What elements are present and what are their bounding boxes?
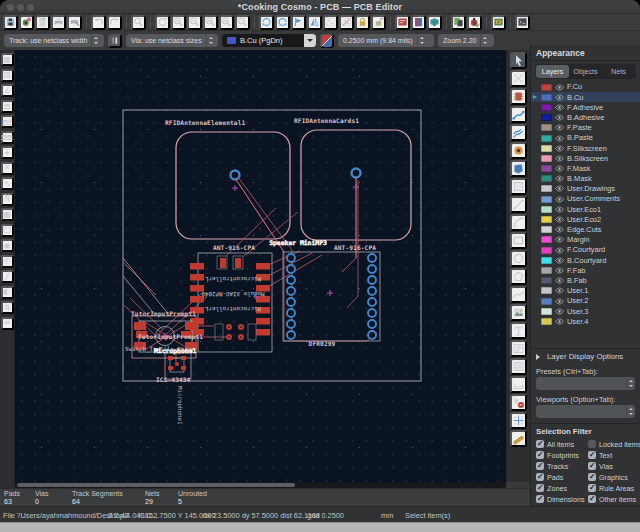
board-setup-button[interactable] bbox=[19, 15, 34, 30]
close-button[interactable] bbox=[7, 4, 14, 11]
grid-visibility-button[interactable]: ▦ bbox=[1, 53, 14, 66]
add-via-tool-button[interactable] bbox=[510, 142, 527, 159]
draw-arc-tool-button[interactable] bbox=[510, 214, 527, 231]
layer-pair-button[interactable] bbox=[320, 34, 334, 48]
layer-row-f.fab[interactable]: F.Fab bbox=[531, 265, 640, 275]
ungroup-button[interactable] bbox=[339, 15, 354, 30]
layer-row-b.paste[interactable]: B.Paste bbox=[531, 133, 640, 143]
route-tracks-tool-button[interactable] bbox=[510, 106, 527, 123]
add-footprint-tool-button[interactable] bbox=[510, 88, 527, 105]
antenna-cards-footprint[interactable]: RFIDAntennaCards1 bbox=[294, 117, 411, 240]
unlock-button[interactable] bbox=[371, 15, 386, 30]
draw-bezier-tool-button[interactable] bbox=[510, 286, 527, 303]
draw-polygon-tool-button[interactable] bbox=[510, 268, 527, 285]
units-mm-button[interactable]: mm bbox=[1, 131, 14, 144]
layer-row-f.silkscreen[interactable]: F.Silkscreen bbox=[531, 143, 640, 153]
visibility-eye-icon[interactable] bbox=[555, 236, 564, 243]
zoom-in-button[interactable] bbox=[171, 15, 186, 30]
draw-rectangle-tool-button[interactable] bbox=[510, 232, 527, 249]
curved-ratsnest-button[interactable]: ∿ bbox=[1, 177, 14, 190]
tab-objects[interactable]: Objects bbox=[569, 65, 602, 78]
redo-button[interactable] bbox=[107, 15, 122, 30]
layer-display-options-toggle[interactable]: Layer Display Options bbox=[531, 348, 640, 364]
refresh-button[interactable] bbox=[155, 15, 170, 30]
layer-row-b.fab[interactable]: B.Fab bbox=[531, 276, 640, 286]
mic-vertical-label[interactable]: Microphone1 bbox=[176, 386, 183, 425]
tab-nets[interactable]: Nets bbox=[602, 65, 635, 78]
microphone-label[interactable]: Microphone1 bbox=[154, 347, 196, 355]
filter-tracks[interactable]: Tracks bbox=[536, 461, 588, 471]
zoom-fit-button[interactable] bbox=[203, 15, 218, 30]
visibility-eye-icon[interactable] bbox=[555, 94, 564, 101]
draw-line-tool-button[interactable] bbox=[510, 196, 527, 213]
layer-row-user.4[interactable]: User.4 bbox=[531, 316, 640, 326]
add-dimension-tool-button[interactable] bbox=[510, 376, 527, 393]
pad-outline-mode-button[interactable]: ◉ bbox=[1, 239, 14, 252]
filter-graphics[interactable]: Graphics bbox=[588, 472, 640, 482]
track-width-select[interactable]: Track: use netclass width bbox=[4, 34, 104, 47]
visibility-eye-icon[interactable] bbox=[555, 287, 564, 294]
ics-label[interactable]: ICS-43434 bbox=[156, 376, 191, 383]
ratsnest-visibility-button[interactable]: × bbox=[1, 162, 14, 175]
layer-row-b.cu[interactable]: B.Cu bbox=[531, 92, 640, 102]
footprint-editor-button[interactable] bbox=[491, 15, 506, 30]
layer-row-user.1[interactable]: User.1 bbox=[531, 286, 640, 296]
via-outline-mode-button[interactable]: ◎ bbox=[1, 255, 14, 268]
zoom-select[interactable]: Zoom 2.20 bbox=[438, 34, 494, 47]
filter-pads[interactable]: Pads bbox=[536, 472, 588, 482]
drc-button[interactable] bbox=[467, 15, 482, 30]
visibility-eye-icon[interactable] bbox=[555, 165, 564, 172]
presets-select[interactable] bbox=[536, 377, 635, 390]
mirror-button[interactable] bbox=[307, 15, 322, 30]
visibility-eye-icon[interactable] bbox=[555, 145, 564, 152]
add-image-tool-button[interactable] bbox=[510, 304, 527, 321]
visibility-eye-icon[interactable] bbox=[555, 298, 564, 305]
3d-viewer-button[interactable] bbox=[427, 15, 442, 30]
layer-row-user.3[interactable]: User.3 bbox=[531, 306, 640, 316]
console-button[interactable] bbox=[515, 15, 530, 30]
layer-row-user.drawings[interactable]: User.Drawings bbox=[531, 184, 640, 194]
zoom-objects-button[interactable] bbox=[219, 15, 234, 30]
antenna1-label[interactable]: RFIDAntennaElemental1 bbox=[165, 119, 246, 126]
pcb-canvas[interactable]: RFIDAntennaElemental1 RFIDAntennaCards1 bbox=[15, 50, 506, 482]
active-layer-select[interactable]: B.Cu (PgDn) bbox=[222, 34, 304, 47]
mcu-ref1-label[interactable]: MicrocontrollerL bbox=[205, 276, 261, 282]
mcu-ref2-label[interactable]: MicrocontrollerL bbox=[205, 306, 261, 312]
visibility-eye-icon[interactable] bbox=[555, 175, 564, 182]
group-button[interactable] bbox=[323, 15, 338, 30]
units-inches-button[interactable]: in bbox=[1, 100, 14, 113]
visibility-eye-icon[interactable] bbox=[555, 277, 564, 284]
grid-overrides-button[interactable]: ▨ bbox=[1, 69, 14, 82]
ant-right-label[interactable]: ANT-916-CPA bbox=[334, 244, 376, 251]
high-contrast-mode-button[interactable]: ◐ bbox=[1, 286, 14, 299]
visibility-eye-icon[interactable] bbox=[555, 135, 564, 142]
zone-outline-mode-button[interactable]: ▢ bbox=[1, 224, 14, 237]
mcu-module-label[interactable]: Module_XIAO-RP2040 bbox=[201, 290, 264, 297]
filter-other-items[interactable]: Other items bbox=[588, 494, 640, 504]
visibility-eye-icon[interactable] bbox=[555, 124, 564, 131]
visibility-eye-icon[interactable] bbox=[555, 247, 564, 254]
rotate-cw-button[interactable] bbox=[275, 15, 290, 30]
visibility-eye-icon[interactable] bbox=[555, 216, 564, 223]
antenna2-label[interactable]: RFIDAntennaCards1 bbox=[294, 117, 359, 124]
zoom-out-button[interactable] bbox=[187, 15, 202, 30]
title-bar[interactable]: *Cooking Cosmo - PCB — PCB Editor bbox=[0, 0, 640, 14]
select-tool-button[interactable] bbox=[510, 52, 527, 69]
layer-row-f.mask[interactable]: F.Mask bbox=[531, 164, 640, 174]
viewports-select[interactable] bbox=[536, 405, 635, 418]
layer-row-b.adhesive[interactable]: B.Adhesive bbox=[531, 113, 640, 123]
draw-circle-tool-button[interactable] bbox=[510, 250, 527, 267]
filter-rule-areas[interactable]: Rule Areas bbox=[588, 483, 640, 493]
layer-row-b.courtyard[interactable]: B.Courtyard bbox=[531, 255, 640, 265]
layer-row-user.eco1[interactable]: User.Eco1 bbox=[531, 204, 640, 214]
visibility-eye-icon[interactable] bbox=[555, 257, 564, 264]
layer-row-f.courtyard[interactable]: F.Courtyard bbox=[531, 245, 640, 255]
route-diff-pairs-tool-button[interactable] bbox=[510, 124, 527, 141]
visibility-eye-icon[interactable] bbox=[555, 206, 564, 213]
filter-dimensions[interactable]: Dimensions bbox=[536, 494, 588, 504]
antenna-elemental-footprint[interactable]: RFIDAntennaElemental1 bbox=[165, 119, 290, 239]
filter-vias[interactable]: Vias bbox=[588, 461, 640, 471]
filter-text[interactable]: Text bbox=[588, 450, 640, 460]
tab-layers[interactable]: Layers bbox=[536, 65, 569, 78]
filter-zones[interactable]: Zones bbox=[536, 483, 588, 493]
